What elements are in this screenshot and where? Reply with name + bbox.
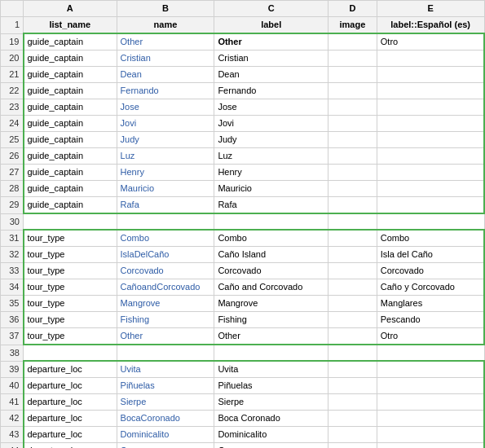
image-cell — [328, 378, 377, 394]
name-cell: Jovi — [117, 116, 214, 132]
list-name-cell: tour_type — [24, 279, 117, 296]
table-row: 42departure_locBocaCoronadoBoca Coronado — [1, 411, 485, 427]
spanish-label-cell — [377, 411, 484, 427]
label-cell: Boca Coronado — [214, 411, 328, 427]
spanish-label-cell: Otro — [377, 328, 484, 345]
name-cell: Quepos — [117, 443, 214, 449]
row-number: 34 — [1, 279, 24, 296]
image-cell — [328, 411, 377, 427]
col-header-a: A — [24, 1, 117, 17]
spanish-label-cell: Corcovado — [377, 263, 484, 279]
spanish-label-cell: Pescando — [377, 312, 484, 328]
image-cell — [328, 312, 377, 328]
list-name-cell: tour_type — [24, 296, 117, 312]
list-name-cell: guide_captain — [24, 83, 117, 99]
table-row: 43departure_locDominicalitoDominicalito — [1, 427, 485, 443]
table-row: 20guide_captainCristianCristian — [1, 51, 485, 67]
image-cell — [328, 67, 377, 83]
spanish-label-cell — [377, 197, 484, 214]
spanish-label-cell: Otro — [377, 33, 484, 51]
table-row: 19guide_captainOtherOtherOtro — [1, 33, 485, 51]
col-header-c: C — [214, 1, 328, 17]
table-row: 40departure_locPiñuelasPiñuelas — [1, 378, 485, 394]
name-cell: Mangrove — [117, 296, 214, 312]
table-row: 23guide_captainJoseJose — [1, 99, 485, 116]
table-row: 35tour_typeMangroveMangroveManglares — [1, 296, 485, 312]
label-cell: Caño and Corcovado — [214, 279, 328, 296]
list-name-cell: tour_type — [24, 230, 117, 247]
label-cell: Corcovado — [214, 263, 328, 279]
list-name-cell: guide_captain — [24, 197, 117, 214]
row-number: 41 — [1, 394, 24, 411]
image-cell — [328, 33, 377, 51]
spanish-label-cell — [377, 148, 484, 165]
label-cell: Quepos — [214, 443, 328, 449]
label-cell — [214, 345, 328, 361]
table-row: 29guide_captainRafaRafa — [1, 197, 485, 214]
spanish-label-cell — [377, 51, 484, 67]
list-name-cell: departure_loc — [24, 443, 117, 449]
image-cell — [328, 263, 377, 279]
row-number: 43 — [1, 427, 24, 443]
row-number: 30 — [1, 213, 24, 230]
label-cell: Henry — [214, 165, 328, 181]
label-cell: Jose — [214, 99, 328, 116]
table-row: 25guide_captainJudyJudy — [1, 132, 485, 148]
spanish-label-cell: Combo — [377, 230, 484, 247]
name-cell: Combo — [117, 230, 214, 247]
table-row: 28guide_captainMauricioMauricio — [1, 181, 485, 197]
row-number: 23 — [1, 99, 24, 116]
image-cell — [328, 427, 377, 443]
image-cell — [328, 394, 377, 411]
spanish-label-cell — [377, 181, 484, 197]
row-number: 24 — [1, 116, 24, 132]
list-name-cell: guide_captain — [24, 67, 117, 83]
table-row: 38 — [1, 345, 485, 361]
label-cell: Fishing — [214, 312, 328, 328]
row-number: 44 — [1, 443, 24, 449]
row-number: 25 — [1, 132, 24, 148]
image-cell — [328, 51, 377, 67]
spanish-label-cell — [377, 165, 484, 181]
name-cell: Other — [117, 33, 214, 51]
spanish-label-cell: Caño y Corcovado — [377, 279, 484, 296]
table-row: 22guide_captainFernandoFernando — [1, 83, 485, 99]
list-name-cell: guide_captain — [24, 148, 117, 165]
name-cell: Cristian — [117, 51, 214, 67]
list-name-cell: guide_captain — [24, 33, 117, 51]
table-row: 36tour_typeFishingFishingPescando — [1, 312, 485, 328]
row-number: 35 — [1, 296, 24, 312]
spanish-label-cell — [377, 83, 484, 99]
label-cell: Jovi — [214, 116, 328, 132]
row-number: 22 — [1, 83, 24, 99]
table-row: 31tour_typeComboComboCombo — [1, 230, 485, 247]
image-cell — [328, 165, 377, 181]
image-cell — [328, 197, 377, 214]
col-header-b: B — [117, 1, 214, 17]
name-cell: Henry — [117, 165, 214, 181]
row-number: 28 — [1, 181, 24, 197]
name-cell — [117, 213, 214, 230]
name-cell: Luz — [117, 148, 214, 165]
row-number: 29 — [1, 197, 24, 214]
name-cell: Other — [117, 328, 214, 345]
spanish-label-cell — [377, 394, 484, 411]
name-cell: Jose — [117, 99, 214, 116]
row-number: 40 — [1, 378, 24, 394]
label-cell: Sierpe — [214, 394, 328, 411]
list-name-cell: departure_loc — [24, 427, 117, 443]
label-cell: Mauricio — [214, 181, 328, 197]
name-cell: Judy — [117, 132, 214, 148]
list-name-cell: guide_captain — [24, 51, 117, 67]
table-row: 1list_namenamelabelimagelabel::Español (… — [1, 17, 485, 34]
list-name-cell: departure_loc — [24, 394, 117, 411]
list-name-cell: guide_captain — [24, 116, 117, 132]
spanish-label-cell — [377, 378, 484, 394]
spreadsheet: A B C D E 1list_namenamelabelimagelabel:… — [0, 0, 485, 448]
label-cell: Uvita — [214, 361, 328, 378]
name-cell: Rafa — [117, 197, 214, 214]
spanish-label-cell — [377, 132, 484, 148]
list-name-cell: tour_type — [24, 263, 117, 279]
row-number: 39 — [1, 361, 24, 378]
table-row: 33tour_typeCorcovadoCorcovadoCorcovado — [1, 263, 485, 279]
